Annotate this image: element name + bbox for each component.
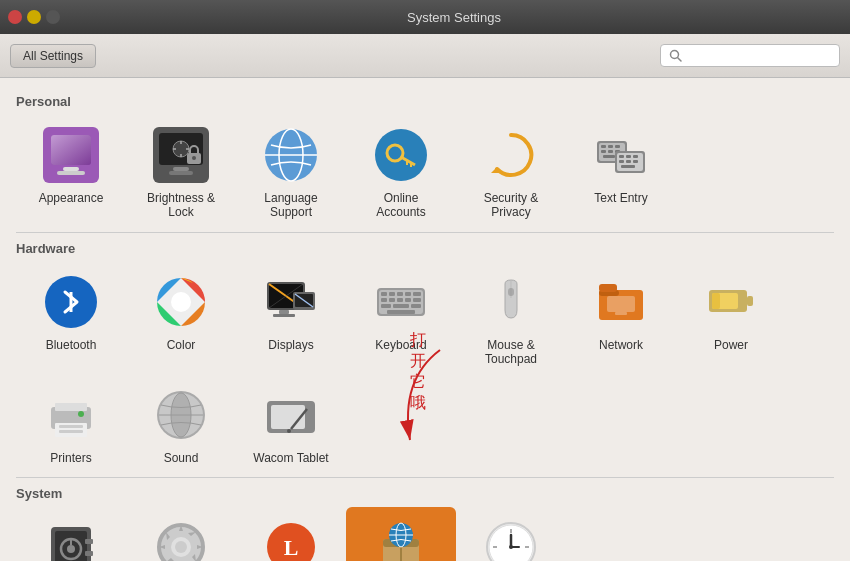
svg-rect-58	[397, 292, 403, 296]
displays-icon-box	[259, 270, 323, 334]
all-settings-button[interactable]: All Settings	[10, 44, 96, 68]
details-icon-box	[149, 515, 213, 561]
svg-rect-85	[59, 430, 83, 433]
svg-rect-63	[397, 298, 403, 302]
brightness-lock-icon-box	[149, 123, 213, 187]
svg-rect-37	[619, 160, 624, 163]
svg-point-123	[509, 545, 513, 549]
bluetooth-icon-box	[39, 270, 103, 334]
svg-rect-76	[615, 312, 627, 315]
section-label-hardware: Hardware	[16, 241, 834, 256]
search-input[interactable]	[686, 48, 831, 63]
svg-rect-71	[508, 288, 514, 296]
online-accounts-label: OnlineAccounts	[376, 191, 425, 220]
svg-rect-27	[615, 145, 620, 148]
sidebar-item-keyboard[interactable]: Keyboard	[346, 262, 456, 375]
sidebar-item-wacom-tablet[interactable]: Wacom Tablet	[236, 375, 346, 473]
sidebar-item-text-entry[interactable]: Text Entry	[566, 115, 676, 228]
sidebar-item-bluetooth[interactable]: Bluetooth	[16, 262, 126, 375]
svg-point-13	[192, 156, 196, 160]
network-icon-box	[589, 270, 653, 334]
svg-text:L: L	[284, 535, 299, 560]
system-icons-grid: Backups Details	[16, 507, 834, 561]
minimize-button[interactable]	[27, 10, 41, 24]
sidebar-item-landscape-service[interactable]: L LandscapeService	[236, 507, 346, 561]
displays-label: Displays	[268, 338, 313, 352]
sidebar-item-details[interactable]: Details	[126, 507, 236, 561]
svg-rect-78	[747, 296, 753, 306]
sound-icon-box	[149, 383, 213, 447]
svg-rect-69	[387, 310, 415, 314]
sidebar-item-displays[interactable]: Displays	[236, 262, 346, 375]
sidebar-item-brightness-lock[interactable]: Brightness &Lock	[126, 115, 236, 228]
wacom-tablet-label: Wacom Tablet	[253, 451, 328, 465]
text-entry-label: Text Entry	[594, 191, 647, 205]
network-label: Network	[599, 338, 643, 352]
svg-point-106	[175, 541, 187, 553]
sidebar-item-power[interactable]: Power	[676, 262, 786, 375]
svg-point-86	[78, 411, 84, 417]
maximize-button[interactable]	[46, 10, 60, 24]
wacom-tablet-icon-box	[259, 383, 323, 447]
svg-rect-75	[607, 296, 635, 312]
sidebar-item-security-privacy[interactable]: Security &Privacy	[456, 115, 566, 228]
svg-rect-67	[393, 304, 409, 308]
svg-rect-29	[608, 150, 613, 153]
svg-line-1	[678, 58, 682, 62]
svg-rect-61	[381, 298, 387, 302]
keyboard-label: Keyboard	[375, 338, 426, 352]
svg-rect-59	[405, 292, 411, 296]
bluetooth-label: Bluetooth	[46, 338, 97, 352]
online-accounts-icon-box	[369, 123, 433, 187]
sidebar-item-color[interactable]: Color	[126, 262, 236, 375]
sidebar-item-network[interactable]: Network	[566, 262, 676, 375]
printers-label: Printers	[50, 451, 91, 465]
svg-rect-56	[381, 292, 387, 296]
color-label: Color	[167, 338, 196, 352]
svg-rect-84	[59, 425, 83, 428]
security-privacy-label: Security &Privacy	[484, 191, 539, 220]
svg-rect-31	[603, 155, 615, 158]
backups-icon-box	[39, 515, 103, 561]
svg-rect-6	[57, 171, 85, 175]
color-icon-box	[149, 270, 213, 334]
svg-rect-101	[85, 539, 93, 544]
sidebar-item-appearance[interactable]: Appearance	[16, 115, 126, 228]
personal-icons-grid: Appearance Brightness &Lock	[16, 115, 834, 228]
brightness-lock-label: Brightness &Lock	[147, 191, 215, 220]
svg-rect-62	[389, 298, 395, 302]
svg-rect-35	[626, 155, 631, 158]
printers-icon-box	[39, 383, 103, 447]
svg-rect-25	[601, 145, 606, 148]
sidebar-item-online-accounts[interactable]: OnlineAccounts	[346, 115, 456, 228]
svg-rect-5	[63, 167, 79, 171]
sidebar-item-printers[interactable]: Printers	[16, 375, 126, 473]
sidebar-item-backups[interactable]: Backups	[16, 507, 126, 561]
svg-point-17	[375, 129, 427, 181]
titlebar: System Settings	[0, 0, 850, 34]
sidebar-item-sound[interactable]: Sound	[126, 375, 236, 473]
svg-rect-39	[633, 160, 638, 163]
svg-rect-74	[599, 284, 617, 292]
toolbar: All Settings	[0, 34, 850, 78]
language-support-label: LanguageSupport	[264, 191, 317, 220]
svg-rect-11	[169, 171, 193, 175]
appearance-icon-box	[39, 123, 103, 187]
divider-personal-hardware	[16, 232, 834, 233]
close-button[interactable]	[8, 10, 22, 24]
hardware-icons-grid: Bluetooth Color	[16, 262, 834, 473]
svg-point-99	[67, 545, 75, 553]
security-privacy-icon-box	[479, 123, 543, 187]
window-controls[interactable]	[8, 10, 60, 24]
appearance-label: Appearance	[39, 191, 104, 205]
svg-rect-4	[51, 135, 91, 165]
svg-rect-64	[405, 298, 411, 302]
sidebar-item-language-support[interactable]: LanguageSupport	[236, 115, 346, 228]
landscape-service-icon-box: L	[259, 515, 323, 561]
search-box[interactable]	[660, 44, 840, 67]
svg-point-95	[287, 429, 291, 433]
power-icon-box	[699, 270, 763, 334]
sidebar-item-time-date[interactable]: Time & Date	[456, 507, 566, 561]
sidebar-item-software-updates[interactable]: Software &Updates	[346, 507, 456, 561]
sidebar-item-mouse-touchpad[interactable]: Mouse &Touchpad	[456, 262, 566, 375]
